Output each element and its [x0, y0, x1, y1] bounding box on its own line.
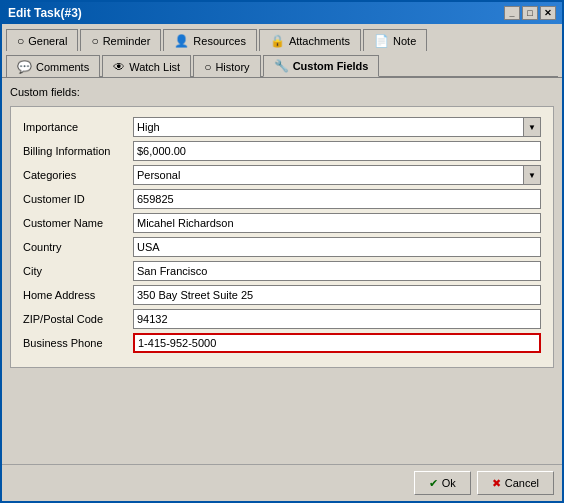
label-city: City — [23, 265, 133, 277]
tab-resources-label: Resources — [193, 35, 246, 47]
label-billing: Billing Information — [23, 145, 133, 157]
label-country: Country — [23, 241, 133, 253]
tab-attachments-label: Attachments — [289, 35, 350, 47]
history-icon: ○ — [204, 60, 211, 74]
tab-note[interactable]: 📄 Note — [363, 29, 427, 51]
tab-resources[interactable]: 👤 Resources — [163, 29, 257, 51]
tab-custom-fields[interactable]: 🔧 Custom Fields — [263, 55, 380, 77]
field-row-billing: Billing Information — [23, 141, 541, 161]
tab-history[interactable]: ○ History — [193, 55, 260, 77]
label-home-address: Home Address — [23, 289, 133, 301]
select-wrapper-categories: Personal Business Other ▼ — [133, 165, 541, 185]
comments-icon: 💬 — [17, 60, 32, 74]
attachments-icon: 🔒 — [270, 34, 285, 48]
tab-watchlist[interactable]: 👁 Watch List — [102, 55, 191, 77]
custom-fields-icon: 🔧 — [274, 59, 289, 73]
categories-select[interactable]: Personal Business Other — [133, 165, 541, 185]
edit-task-window: Edit Task(#3) _ □ ✕ ○ General ○ Reminder… — [0, 0, 564, 503]
window-title: Edit Task(#3) — [8, 6, 82, 20]
billing-input[interactable] — [133, 141, 541, 161]
title-bar: Edit Task(#3) _ □ ✕ — [2, 2, 562, 24]
tab-general-label: General — [28, 35, 67, 47]
tabs-row1: ○ General ○ Reminder 👤 Resources 🔒 Attac… — [2, 24, 562, 50]
field-row-country: Country — [23, 237, 541, 257]
minimize-button[interactable]: _ — [504, 6, 520, 20]
field-row-business-phone: Business Phone — [23, 333, 541, 353]
field-row-importance: Importance High Medium Low ▼ — [23, 117, 541, 137]
label-zip: ZIP/Postal Code — [23, 313, 133, 325]
home-address-input[interactable] — [133, 285, 541, 305]
tab-note-label: Note — [393, 35, 416, 47]
ok-button[interactable]: ✔ Ok — [414, 471, 471, 495]
resources-icon: 👤 — [174, 34, 189, 48]
tab-comments[interactable]: 💬 Comments — [6, 55, 100, 77]
tabs-row2: 💬 Comments 👁 Watch List ○ History 🔧 Cust… — [2, 50, 562, 76]
cancel-icon: ✖ — [492, 477, 501, 490]
tab-watchlist-label: Watch List — [129, 61, 180, 73]
field-row-categories: Categories Personal Business Other ▼ — [23, 165, 541, 185]
label-business-phone: Business Phone — [23, 337, 133, 349]
tab-reminder[interactable]: ○ Reminder — [80, 29, 161, 51]
select-wrapper-importance: High Medium Low ▼ — [133, 117, 541, 137]
label-categories: Categories — [23, 169, 133, 181]
label-importance: Importance — [23, 121, 133, 133]
business-phone-input[interactable] — [133, 333, 541, 353]
field-row-city: City — [23, 261, 541, 281]
label-customer-name: Customer Name — [23, 217, 133, 229]
tab-history-label: History — [215, 61, 249, 73]
cancel-label: Cancel — [505, 477, 539, 489]
footer: ✔ Ok ✖ Cancel — [2, 464, 562, 501]
tab-custom-fields-label: Custom Fields — [293, 60, 369, 72]
section-label: Custom fields: — [10, 86, 554, 98]
note-icon: 📄 — [374, 34, 389, 48]
label-customer-id: Customer ID — [23, 193, 133, 205]
field-row-home-address: Home Address — [23, 285, 541, 305]
tab-reminder-label: Reminder — [103, 35, 151, 47]
customer-id-input[interactable] — [133, 189, 541, 209]
content-area: Custom fields: Importance High Medium Lo… — [2, 77, 562, 464]
zip-input[interactable] — [133, 309, 541, 329]
tab-attachments[interactable]: 🔒 Attachments — [259, 29, 361, 51]
title-bar-buttons: _ □ ✕ — [504, 6, 556, 20]
cancel-button[interactable]: ✖ Cancel — [477, 471, 554, 495]
field-row-customer-name: Customer Name — [23, 213, 541, 233]
field-row-zip: ZIP/Postal Code — [23, 309, 541, 329]
close-button[interactable]: ✕ — [540, 6, 556, 20]
general-icon: ○ — [17, 34, 24, 48]
reminder-icon: ○ — [91, 34, 98, 48]
ok-icon: ✔ — [429, 477, 438, 490]
city-input[interactable] — [133, 261, 541, 281]
customer-name-input[interactable] — [133, 213, 541, 233]
country-input[interactable] — [133, 237, 541, 257]
tab-comments-label: Comments — [36, 61, 89, 73]
ok-label: Ok — [442, 477, 456, 489]
importance-select[interactable]: High Medium Low — [133, 117, 541, 137]
fields-container: Importance High Medium Low ▼ Billing Inf… — [10, 106, 554, 368]
field-row-customer-id: Customer ID — [23, 189, 541, 209]
tab-general[interactable]: ○ General — [6, 29, 78, 51]
maximize-button[interactable]: □ — [522, 6, 538, 20]
watchlist-icon: 👁 — [113, 60, 125, 74]
